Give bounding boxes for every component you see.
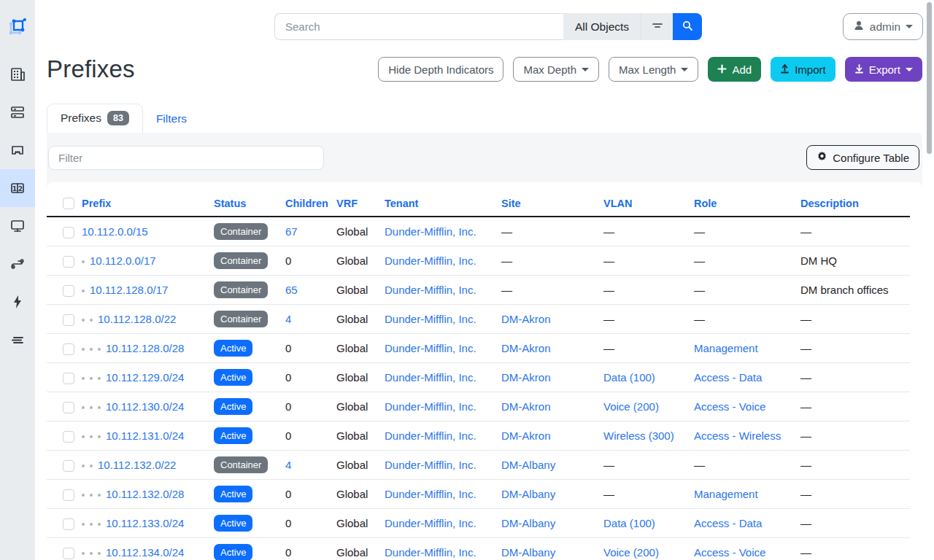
site-cell[interactable]: DM-Albany	[501, 459, 555, 471]
row-checkbox[interactable]	[63, 256, 74, 268]
role-cell[interactable]: Management	[694, 342, 758, 354]
row-checkbox[interactable]	[63, 548, 74, 559]
site-cell[interactable]: DM-Albany	[501, 517, 555, 529]
table-row: 10.112.0.0/15Container67GlobalDunder-Mif…	[47, 217, 910, 246]
sidebar-item-power[interactable]	[0, 283, 35, 321]
add-button[interactable]: Add	[708, 57, 761, 82]
sidebar-item-circuits[interactable]	[0, 245, 35, 283]
search-scope-button[interactable]: All Objects	[563, 13, 641, 40]
tab-prefixes[interactable]: Prefixes 83	[47, 104, 143, 133]
import-button[interactable]: Import	[771, 57, 835, 82]
prefix-link[interactable]: 10.112.132.0/22	[98, 459, 176, 471]
netbox-logo-icon[interactable]	[0, 0, 35, 55]
site-cell[interactable]: DM-Akron	[501, 400, 551, 413]
sidebar-item-provisioning[interactable]	[0, 321, 35, 359]
download-icon	[854, 63, 864, 76]
column-header-tenant[interactable]: Tenant	[385, 198, 418, 209]
vlan-cell[interactable]: Voice (200)	[603, 400, 659, 413]
sidebar-item-virtualization[interactable]	[0, 207, 35, 245]
row-checkbox[interactable]	[63, 314, 74, 326]
tenant-link[interactable]: Dunder-Mifflin, Inc.	[385, 400, 476, 413]
column-header-role[interactable]: Role	[694, 198, 717, 209]
column-header-children[interactable]: Children	[285, 198, 328, 209]
prefix-link[interactable]: 10.112.128.0/28	[106, 342, 184, 354]
sidebar-item-devices[interactable]	[0, 93, 35, 131]
user-menu-button[interactable]: admin	[843, 13, 923, 40]
prefix-link[interactable]: 10.112.0.0/17	[90, 254, 156, 267]
tenant-link[interactable]: Dunder-Mifflin, Inc.	[385, 517, 476, 529]
prefix-link[interactable]: 10.112.130.0/24	[106, 400, 184, 413]
sidebar-item-connections[interactable]	[0, 131, 35, 169]
role-cell[interactable]: Access - Data	[694, 371, 762, 384]
tab-filters[interactable]: Filters	[143, 106, 200, 133]
hide-depth-indicators-button[interactable]: Hide Depth Indicators	[378, 57, 503, 82]
tenant-link[interactable]: Dunder-Mifflin, Inc.	[385, 225, 476, 238]
column-header-vlan[interactable]: VLAN	[603, 198, 632, 209]
prefix-link[interactable]: 10.112.132.0/28	[106, 488, 184, 500]
tenant-link[interactable]: Dunder-Mifflin, Inc.	[385, 488, 476, 500]
site-cell[interactable]: DM-Akron	[501, 313, 551, 325]
row-checkbox[interactable]	[63, 373, 74, 384]
column-header-description[interactable]: Description	[800, 198, 859, 209]
prefix-link[interactable]: 10.112.134.0/24	[106, 546, 184, 559]
column-header-site[interactable]: Site	[501, 198, 521, 209]
prefix-link[interactable]: 10.112.128.0/17	[90, 284, 168, 296]
row-checkbox[interactable]	[63, 518, 74, 530]
sidebar-item-ipam[interactable]: 12	[0, 169, 35, 207]
prefix-link[interactable]: 10.112.129.0/24	[106, 371, 184, 384]
row-checkbox[interactable]	[63, 285, 74, 297]
tenant-link[interactable]: Dunder-Mifflin, Inc.	[385, 342, 476, 354]
column-header-prefix[interactable]: Prefix	[82, 198, 111, 209]
vlan-cell[interactable]: Data (100)	[603, 517, 655, 529]
tenant-link[interactable]: Dunder-Mifflin, Inc.	[385, 371, 476, 384]
select-all-checkbox[interactable]	[63, 198, 74, 209]
role-cell[interactable]: Access - Data	[694, 517, 762, 529]
depth-indicator-dot	[90, 377, 93, 380]
tenant-link[interactable]: Dunder-Mifflin, Inc.	[385, 429, 476, 442]
table-filter-input[interactable]	[48, 146, 324, 170]
role-cell[interactable]: Access - Wireless	[694, 429, 781, 442]
prefix-link[interactable]: 10.112.128.0/22	[98, 313, 176, 325]
children-count-link[interactable]: 4	[285, 459, 291, 471]
max-length-dropdown[interactable]: Max Length	[609, 57, 698, 82]
tenant-link[interactable]: Dunder-Mifflin, Inc.	[385, 254, 476, 267]
search-submit-button[interactable]	[673, 13, 702, 40]
tenant-link[interactable]: Dunder-Mifflin, Inc.	[385, 284, 476, 296]
vertical-scrollbar[interactable]	[927, 2, 932, 154]
children-count-link[interactable]: 67	[285, 225, 298, 238]
role-cell[interactable]: Management	[694, 488, 758, 500]
site-cell[interactable]: DM-Akron	[501, 342, 551, 354]
role-cell[interactable]: Access - Voice	[694, 546, 765, 559]
column-header-vrf[interactable]: VRF	[336, 198, 358, 209]
column-header-status[interactable]: Status	[214, 198, 246, 209]
children-count-link[interactable]: 4	[285, 313, 291, 325]
tenant-link[interactable]: Dunder-Mifflin, Inc.	[385, 459, 476, 471]
site-cell[interactable]: DM-Albany	[501, 488, 555, 500]
site-cell[interactable]: DM-Akron	[501, 371, 551, 384]
row-checkbox[interactable]	[63, 489, 74, 501]
row-checkbox[interactable]	[63, 343, 74, 355]
search-filter-button[interactable]	[641, 13, 673, 40]
vlan-cell[interactable]: Data (100)	[603, 371, 655, 384]
role-cell[interactable]: Access - Voice	[694, 400, 765, 413]
vlan-cell[interactable]: Voice (200)	[603, 546, 659, 559]
row-checkbox[interactable]	[63, 402, 74, 413]
max-depth-dropdown[interactable]: Max Depth	[513, 57, 599, 82]
row-checkbox[interactable]	[63, 431, 74, 443]
configure-table-button[interactable]: Configure Table	[806, 145, 919, 170]
prefix-link[interactable]: 10.112.133.0/24	[106, 517, 184, 529]
tenant-link[interactable]: Dunder-Mifflin, Inc.	[385, 546, 476, 559]
site-cell[interactable]: DM-Albany	[501, 546, 555, 559]
search-input[interactable]	[274, 13, 563, 40]
children-count-link[interactable]: 65	[285, 284, 298, 296]
export-dropdown[interactable]: Export	[845, 57, 922, 82]
export-label: Export	[869, 63, 900, 76]
row-checkbox[interactable]	[63, 227, 74, 238]
row-checkbox[interactable]	[63, 460, 74, 472]
site-cell[interactable]: DM-Akron	[501, 429, 551, 442]
sidebar-item-organization[interactable]	[0, 55, 35, 93]
prefix-link[interactable]: 10.112.131.0/24	[106, 429, 184, 442]
tenant-link[interactable]: Dunder-Mifflin, Inc.	[385, 313, 476, 325]
vlan-cell[interactable]: Wireless (300)	[603, 429, 674, 442]
prefix-link[interactable]: 10.112.0.0/15	[82, 225, 148, 238]
